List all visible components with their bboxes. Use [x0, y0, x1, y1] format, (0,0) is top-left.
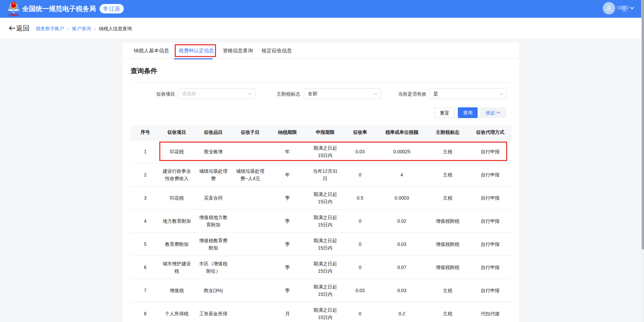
svg-text:中国税务: 中国税务 [8, 13, 19, 16]
